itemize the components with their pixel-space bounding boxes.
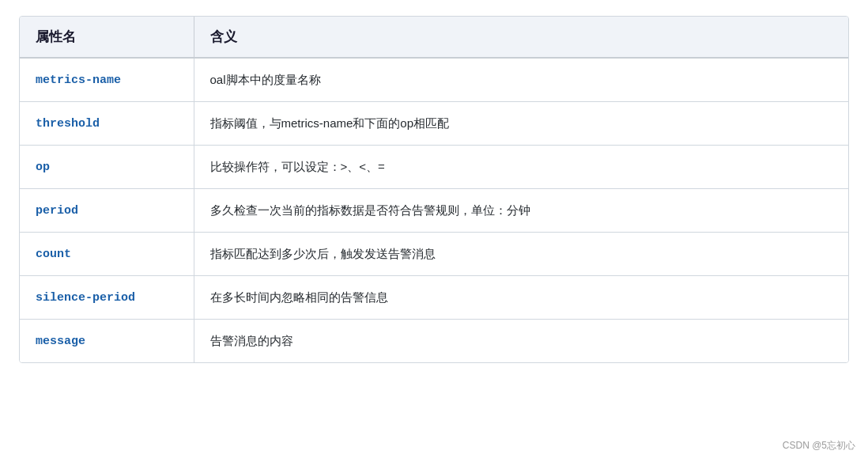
header-attr: 属性名 — [20, 17, 194, 58]
table-header-row: 属性名 含义 — [20, 17, 848, 58]
table-row: threshold指标阈值，与metrics-name和下面的op相匹配 — [20, 102, 848, 146]
attr-name-text: metrics-name — [36, 74, 121, 87]
header-meaning: 含义 — [194, 17, 848, 58]
attr-name-cell: threshold — [20, 102, 194, 146]
attr-name-cell: metrics-name — [20, 58, 194, 102]
table-row: message告警消息的内容 — [20, 320, 848, 363]
table-row: metrics-nameoal脚本中的度量名称 — [20, 58, 848, 102]
attr-name-text: period — [36, 204, 78, 218]
meaning-cell: 指标匹配达到多少次后，触发发送告警消息 — [194, 233, 848, 276]
attr-name-text: silence-period — [36, 291, 135, 305]
attr-name-cell: message — [20, 320, 194, 363]
property-table: 属性名 含义 metrics-nameoal脚本中的度量名称threshold指… — [19, 16, 849, 363]
meaning-cell: oal脚本中的度量名称 — [194, 58, 848, 102]
attr-name-cell: period — [20, 189, 194, 233]
attr-name-text: threshold — [36, 117, 100, 131]
attr-name-cell: op — [20, 146, 194, 189]
table-row: op比较操作符，可以设定：>、<、= — [20, 146, 848, 189]
meaning-cell: 多久检查一次当前的指标数据是否符合告警规则，单位：分钟 — [194, 189, 848, 233]
meaning-cell: 指标阈值，与metrics-name和下面的op相匹配 — [194, 102, 848, 146]
meaning-cell: 告警消息的内容 — [194, 320, 848, 363]
table-row: count指标匹配达到多少次后，触发发送告警消息 — [20, 233, 848, 276]
meaning-cell: 比较操作符，可以设定：>、<、= — [194, 146, 848, 189]
meaning-cell: 在多长时间内忽略相同的告警信息 — [194, 276, 848, 320]
attr-name-text: op — [36, 161, 50, 174]
table-row: period多久检查一次当前的指标数据是否符合告警规则，单位：分钟 — [20, 189, 848, 233]
attr-name-text: message — [36, 335, 85, 348]
attr-name-cell: silence-period — [20, 276, 194, 320]
watermark: CSDN @5忘初心 — [783, 439, 855, 453]
table-row: silence-period在多长时间内忽略相同的告警信息 — [20, 276, 848, 320]
attr-name-cell: count — [20, 233, 194, 276]
attr-name-text: count — [36, 248, 71, 261]
